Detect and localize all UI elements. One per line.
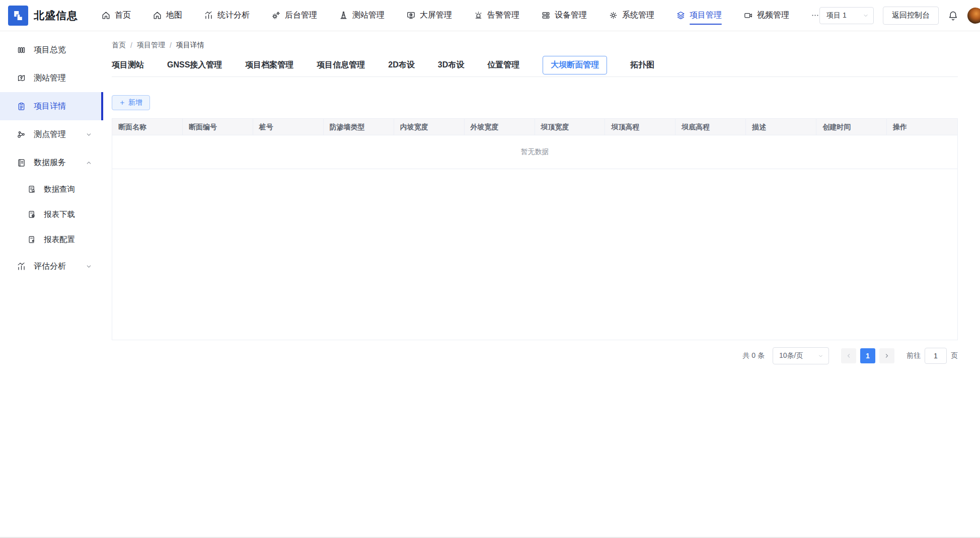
back-to-console-button[interactable]: 返回控制台 bbox=[883, 7, 939, 25]
tab-2d-layout[interactable]: 2D布设 bbox=[388, 60, 414, 70]
column-header: 外坡宽度 bbox=[465, 119, 535, 135]
sidebar-item-report-config[interactable]: 报表配置 bbox=[0, 227, 103, 252]
column-header: 桩号 bbox=[253, 119, 324, 135]
gear-icon bbox=[609, 11, 618, 20]
sidebar: 项目总览 测站管理 项目详情 测点管理 数据服务 数据查询 bbox=[0, 31, 103, 537]
prev-page-button[interactable] bbox=[841, 348, 856, 363]
breadcrumb-item-project-management[interactable]: 项目管理 bbox=[137, 41, 165, 50]
station-icon bbox=[339, 11, 348, 20]
tab-location-management[interactable]: 位置管理 bbox=[487, 60, 519, 70]
next-page-button[interactable] bbox=[879, 348, 894, 363]
chevron-up-icon bbox=[86, 160, 92, 166]
sidebar-item-data-services[interactable]: 数据服务 bbox=[0, 148, 103, 177]
empty-text: 暂无数据 bbox=[521, 147, 549, 157]
tab-3d-layout[interactable]: 3D布设 bbox=[438, 60, 464, 70]
nav-item-projects[interactable]: 项目管理 bbox=[676, 0, 722, 31]
topbar-right: 项目 1 返回控制台 shujun bbox=[819, 7, 980, 25]
gears-icon bbox=[271, 11, 281, 20]
sidebar-item-label: 测站管理 bbox=[34, 73, 66, 84]
home-icon bbox=[101, 11, 111, 20]
nav-item-home[interactable]: 首页 bbox=[101, 0, 131, 31]
tab-topology[interactable]: 拓扑图 bbox=[630, 60, 654, 70]
dam-section-table: 断面名称 断面编号 桩号 防渗墙类型 内坡宽度 外坡宽度 坝顶宽度 坝顶高程 坝… bbox=[112, 118, 958, 340]
tab-dam-section-management[interactable]: 大坝断面管理 bbox=[543, 56, 607, 74]
nav-item-devices[interactable]: 设备管理 bbox=[541, 0, 587, 31]
column-header: 坝顶高程 bbox=[605, 119, 675, 135]
sidebar-item-label: 报表配置 bbox=[44, 235, 75, 245]
nav-item-video[interactable]: 视频管理 bbox=[743, 0, 789, 31]
tabs-divider bbox=[112, 76, 958, 77]
user-menu[interactable]: shujun bbox=[967, 8, 980, 24]
goto-unit-label: 页 bbox=[951, 351, 958, 360]
nav-item-backend[interactable]: 后台管理 bbox=[271, 0, 317, 31]
bell-icon[interactable] bbox=[948, 10, 958, 21]
sidebar-item-label: 数据查询 bbox=[44, 184, 75, 195]
nav-item-statistics[interactable]: 统计分析 bbox=[204, 0, 250, 31]
chevron-right-icon bbox=[884, 353, 890, 359]
nav-label: 地图 bbox=[166, 10, 182, 21]
nav-more-button[interactable] bbox=[811, 0, 819, 31]
main-content: 首页 / 项目管理 / 项目详情 项目测站 GNSS接入管理 项目档案管理 项目… bbox=[103, 31, 980, 537]
tab-project-stations[interactable]: 项目测站 bbox=[112, 60, 144, 70]
page-size-value: 10条/页 bbox=[779, 351, 803, 360]
goto-label: 前往 bbox=[907, 351, 921, 360]
tab-gnss-access[interactable]: GNSS接入管理 bbox=[167, 60, 222, 70]
tab-project-info[interactable]: 项目信息管理 bbox=[317, 60, 365, 70]
breadcrumb-separator: / bbox=[130, 41, 132, 49]
page-size-select[interactable]: 10条/页 bbox=[773, 347, 829, 364]
nodes-icon bbox=[17, 130, 26, 139]
sidebar-item-label: 数据服务 bbox=[34, 158, 66, 168]
nav-item-map[interactable]: 地图 bbox=[153, 0, 182, 31]
sidebar-item-evaluation[interactable]: 评估分析 bbox=[0, 252, 103, 280]
monitor-icon bbox=[406, 11, 416, 20]
nav-item-bigscreen[interactable]: 大屏管理 bbox=[406, 0, 452, 31]
column-header: 内坡宽度 bbox=[394, 119, 465, 135]
page-number-1[interactable]: 1 bbox=[860, 348, 875, 363]
nav-label: 告警管理 bbox=[487, 10, 519, 21]
columns-icon bbox=[17, 45, 26, 55]
sidebar-item-data-query[interactable]: 数据查询 bbox=[0, 177, 103, 202]
doc-download-icon bbox=[27, 210, 36, 219]
chevron-down-icon bbox=[818, 353, 823, 359]
project-select-value: 项目 1 bbox=[826, 11, 847, 20]
breadcrumb: 首页 / 项目管理 / 项目详情 bbox=[112, 41, 958, 50]
column-header: 操作 bbox=[887, 119, 957, 135]
sidebar-item-measure-points[interactable]: 测点管理 bbox=[0, 120, 103, 148]
tab-project-archives[interactable]: 项目档案管理 bbox=[245, 60, 293, 70]
clipboard-icon bbox=[17, 102, 26, 111]
column-header: 断面名称 bbox=[112, 119, 183, 135]
map-icon bbox=[153, 11, 162, 20]
table-empty-state: 暂无数据 bbox=[112, 135, 957, 169]
breadcrumb-item-home[interactable]: 首页 bbox=[112, 41, 126, 50]
sidebar-item-label: 测点管理 bbox=[34, 129, 66, 140]
breadcrumb-separator: / bbox=[170, 41, 172, 49]
tab-bar: 项目测站 GNSS接入管理 项目档案管理 项目信息管理 2D布设 3D布设 位置… bbox=[112, 56, 958, 74]
server-icon bbox=[541, 11, 551, 20]
sidebar-item-label: 评估分析 bbox=[34, 261, 66, 272]
column-header: 描述 bbox=[746, 119, 816, 135]
nav-item-alerts[interactable]: 告警管理 bbox=[474, 0, 519, 31]
topbar: 北盛信息 首页 地图 统计分析 后台管理 测站管理 大屏管理 告警管理 bbox=[0, 0, 980, 31]
nav-item-stations[interactable]: 测站管理 bbox=[339, 0, 385, 31]
sidebar-item-project-details[interactable]: 项目详情 bbox=[0, 92, 103, 120]
logo-text: 北盛信息 bbox=[34, 9, 78, 23]
breadcrumb-item-project-details: 项目详情 bbox=[176, 41, 204, 50]
nav-item-system[interactable]: 系统管理 bbox=[609, 0, 654, 31]
sidebar-item-report-download[interactable]: 报表下载 bbox=[0, 202, 103, 227]
logo-icon bbox=[8, 6, 28, 26]
app-logo[interactable]: 北盛信息 bbox=[8, 6, 78, 26]
nav-label: 项目管理 bbox=[690, 10, 722, 21]
nav-label: 系统管理 bbox=[622, 10, 654, 21]
add-button[interactable]: 新增 bbox=[112, 95, 150, 110]
project-select[interactable]: 项目 1 bbox=[819, 7, 874, 24]
nav-label: 后台管理 bbox=[285, 10, 317, 21]
chevron-down-icon bbox=[863, 13, 869, 19]
sidebar-item-station-management[interactable]: 测站管理 bbox=[0, 64, 103, 92]
chevron-down-icon bbox=[86, 131, 92, 138]
goto-page-input[interactable] bbox=[925, 348, 947, 364]
column-header: 坝底高程 bbox=[675, 119, 746, 135]
sidebar-item-project-overview[interactable]: 项目总览 bbox=[0, 36, 103, 64]
avatar bbox=[967, 8, 980, 24]
sidebar-item-label: 项目详情 bbox=[34, 101, 66, 112]
map-pin-icon bbox=[17, 73, 26, 83]
